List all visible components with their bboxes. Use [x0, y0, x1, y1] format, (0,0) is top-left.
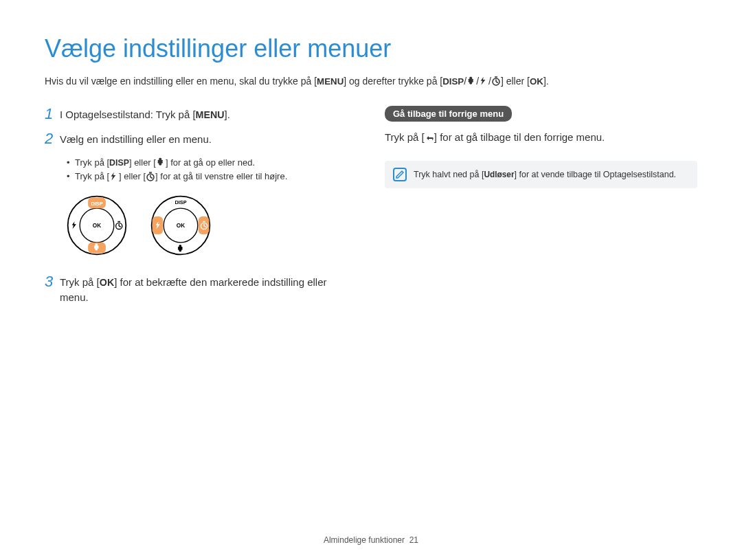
- flash-icon: [109, 172, 119, 181]
- flash-icon: [479, 76, 488, 86]
- step-2-bullets: Tryk på [DISP] eller [] for at gå op ell…: [67, 156, 357, 185]
- note-box: Tryk halvt ned på [Udløser] for at vende…: [385, 161, 697, 188]
- disp-label: DISP: [91, 201, 102, 207]
- timer-icon: [116, 222, 122, 229]
- dial-illustrations: DISP OK DISP: [65, 194, 357, 257]
- step-1: 1 I Optagelsestilstand: Tryk på [MENU].: [45, 106, 357, 122]
- step-3: 3 Tryk på [OK] for at bekræfte den marke…: [45, 273, 357, 304]
- timer-icon: [491, 76, 501, 86]
- step-number: 2: [45, 131, 60, 147]
- back-instruction: Tryk på [] for at gå tilbage til den for…: [385, 131, 697, 143]
- back-subheading: Gå tilbage til forrige menu: [385, 106, 512, 122]
- flower-icon: [178, 245, 183, 252]
- ok-label: OK: [93, 223, 101, 229]
- ok-label: OK: [177, 223, 185, 229]
- page-title: Vælge indstillinger eller menuer: [45, 34, 697, 63]
- flower-icon: [156, 157, 166, 167]
- note-icon: [393, 168, 407, 181]
- step-number: 1: [45, 106, 60, 122]
- dial-vertical: DISP OK: [65, 194, 128, 257]
- timer-icon: [146, 172, 155, 181]
- flash-icon: [72, 222, 76, 229]
- left-column: 1 I Optagelsestilstand: Tryk på [MENU]. …: [45, 106, 357, 313]
- back-icon: [425, 133, 434, 142]
- step-2: 2 Vælg en indstilling eller en menu.: [45, 131, 357, 147]
- disp-label: DISP: [175, 199, 186, 205]
- dial-horizontal: DISP OK: [149, 194, 212, 257]
- intro-text: Hvis du vil vælge en indstilling eller e…: [45, 76, 697, 87]
- step-number: 3: [45, 273, 60, 290]
- flower-icon: [466, 76, 476, 86]
- right-column: Gå tilbage til forrige menu Tryk på [] f…: [385, 106, 697, 313]
- page-footer: Almindelige funktioner 21: [0, 535, 742, 545]
